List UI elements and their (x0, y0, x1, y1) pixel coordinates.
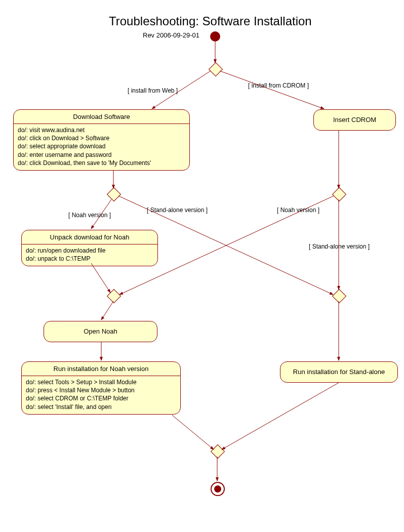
download-line-3: do/: enter username and password (18, 151, 185, 159)
revision-label: Rev 2006-09-29-01 (143, 31, 199, 39)
activity-unpack-body: do/: run/open downloaded file do/: unpac… (22, 244, 157, 266)
download-line-0: do/: visit www.audina.net (18, 126, 185, 134)
activity-run-standalone: Run installation for Stand-alone (280, 361, 398, 383)
download-line-4: do/: click Download, then save to 'My Do… (18, 159, 185, 167)
guard-noah-right: [ Noah version ] (277, 207, 319, 214)
run-noah-line-1: do/: press < Install New Module > button (26, 386, 176, 394)
decision-after-cdrom (332, 187, 346, 201)
activity-download-body: do/: visit www.audina.net do/: click on … (14, 124, 189, 170)
activity-download-title: Download Software (14, 110, 189, 124)
activity-run-standalone-title: Run installation for Stand-alone (280, 362, 397, 379)
unpack-line-1: do/: unpack to C:\TEMP (26, 255, 153, 263)
svg-line-13 (172, 415, 214, 449)
guard-install-cdrom: [ install from CDROM ] (248, 82, 309, 89)
activity-unpack: Unpack download for Noah do/: run/open d… (21, 230, 158, 266)
decision-top (209, 62, 223, 76)
diagram-title: Troubleshooting: Software Installation (109, 14, 312, 28)
initial-node (210, 31, 220, 42)
activity-insert-cdrom: Insert CDROM (313, 109, 396, 131)
guard-standalone-right: [ Stand-alone version ] (309, 243, 370, 250)
unpack-line-0: do/: run/open downloaded file (26, 247, 153, 255)
guard-install-web: [ install from Web ] (128, 87, 178, 94)
svg-line-10 (101, 301, 113, 320)
merge-right (332, 289, 346, 303)
run-noah-line-0: do/: select Tools > Setup > Install Modu… (26, 378, 176, 386)
download-line-2: do/: select appropriate download (18, 142, 185, 150)
svg-line-2 (220, 71, 324, 109)
guard-noah-left: [ Noah version ] (68, 212, 111, 219)
activity-open-noah-title: Open Noah (44, 321, 157, 338)
activity-open-noah: Open Noah (44, 321, 157, 342)
merge-final (211, 444, 225, 459)
svg-line-9 (91, 263, 110, 293)
run-noah-line-2: do/: select CDROM or C:\TEMP folder (26, 394, 176, 402)
activity-run-noah-title: Run installation for Noah version (22, 362, 180, 376)
final-node (211, 482, 225, 496)
guard-standalone-left: [ Stand-alone version ] (147, 207, 208, 214)
activity-unpack-title: Unpack download for Noah (22, 230, 157, 244)
merge-left (107, 289, 121, 303)
download-line-1: do/: click on Download > Software (18, 134, 185, 142)
activity-run-noah: Run installation for Noah version do/: s… (21, 361, 181, 415)
decision-after-download (107, 187, 121, 201)
activity-download-software: Download Software do/: visit www.audina.… (13, 109, 190, 171)
activity-insert-cdrom-title: Insert CDROM (314, 110, 395, 127)
svg-line-14 (222, 383, 339, 449)
activity-run-noah-body: do/: select Tools > Setup > Install Modu… (22, 376, 180, 414)
run-noah-line-3: do/: select 'Install' file, and open (26, 403, 176, 411)
